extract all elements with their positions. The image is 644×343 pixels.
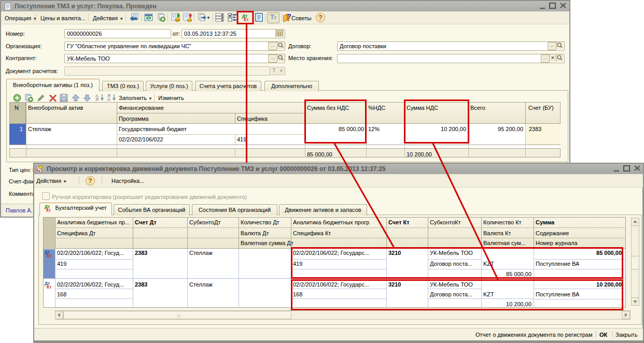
svg-text:?: ?	[318, 14, 322, 21]
svg-text:ЕОК: ЕОК	[61, 98, 67, 102]
svg-text:?: ?	[88, 177, 92, 184]
svg-text:?: ?	[287, 12, 291, 20]
